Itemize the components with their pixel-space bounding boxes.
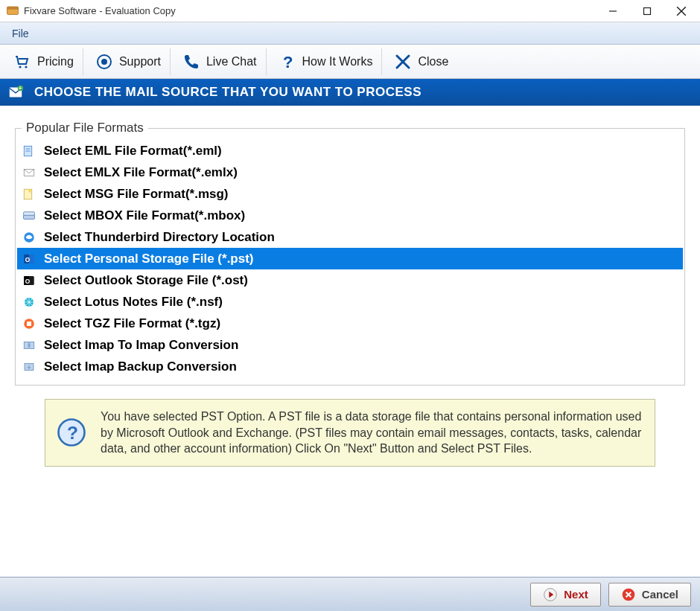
menubar: File: [0, 22, 700, 45]
window-controls: [596, 0, 699, 22]
banner: + CHOOSE THE MAIL SOURCE THAT YOU WANT T…: [0, 79, 700, 106]
svg-rect-33: [27, 322, 31, 326]
pricing-button[interactable]: Pricing: [4, 48, 83, 75]
minimize-button[interactable]: [596, 0, 630, 22]
msg-icon: [22, 187, 36, 202]
cancel-label: Cancel: [642, 588, 678, 601]
formats-list: Select EML File Format(*.eml) Select EML…: [17, 140, 683, 377]
svg-point-21: [28, 189, 32, 193]
format-eml[interactable]: Select EML File Format(*.eml): [17, 140, 683, 161]
svg-text:O: O: [25, 256, 31, 263]
lotus-icon: [22, 295, 36, 310]
live-chat-button[interactable]: Live Chat: [174, 48, 267, 75]
svg-text:+: +: [19, 86, 22, 91]
cancel-icon: [621, 587, 636, 602]
svg-point-7: [25, 65, 27, 68]
maximize-button[interactable]: [630, 0, 664, 22]
svg-point-6: [19, 65, 21, 68]
file-menu[interactable]: File: [4, 25, 36, 42]
mbox-icon: [22, 208, 36, 223]
next-button[interactable]: Next: [530, 583, 601, 607]
help-icon: ?: [56, 417, 87, 448]
format-label: Select Outlook Storage File (*.ost): [44, 273, 248, 288]
format-msg[interactable]: Select MSG File Format(*.msg): [17, 183, 683, 205]
svg-text:?: ?: [67, 423, 78, 443]
footer: Next Cancel: [0, 577, 700, 611]
format-label: Select Personal Storage File (*.pst): [44, 252, 254, 266]
phone-icon: [182, 53, 200, 71]
support-label: Support: [119, 55, 161, 68]
eml-icon: [22, 144, 36, 159]
info-text: You have selected PST Option. A PST file…: [101, 409, 644, 457]
cancel-button[interactable]: Cancel: [608, 583, 691, 607]
question-icon: ?: [279, 53, 296, 71]
how-it-works-label: How It Works: [302, 55, 373, 68]
svg-point-9: [101, 59, 107, 65]
format-label: Select TGZ File Format (*.tgz): [44, 316, 220, 331]
format-nsf[interactable]: Select Lotus Notes File (*.nsf): [17, 291, 683, 313]
tgz-icon: [22, 316, 36, 331]
emlx-icon: [22, 165, 36, 180]
live-chat-label: Live Chat: [206, 55, 257, 68]
format-label: Select MBOX File Format(*.mbox): [44, 208, 245, 223]
format-emlx[interactable]: Select EMLX File Format(*.emlx): [17, 161, 683, 183]
outlook-pst-icon: O: [22, 252, 36, 266]
svg-rect-35: [30, 342, 34, 348]
format-mbox[interactable]: Select MBOX File Format(*.mbox): [17, 205, 683, 226]
formats-legend: Popular File Formats: [22, 121, 148, 135]
banner-text: CHOOSE THE MAIL SOURCE THAT YOU WANT TO …: [34, 85, 421, 100]
format-imap-backup[interactable]: Select Imap Backup Conversion: [17, 356, 683, 377]
next-label: Next: [564, 588, 588, 601]
svg-rect-23: [24, 211, 35, 215]
support-button[interactable]: Support: [86, 48, 171, 75]
outlook-ost-icon: O: [22, 273, 36, 288]
svg-rect-1: [7, 7, 19, 10]
format-label: Select MSG File Format(*.msg): [44, 187, 229, 202]
svg-text:O: O: [25, 278, 31, 284]
cart-icon: [13, 53, 31, 71]
imap-sync-icon: [22, 338, 36, 353]
play-icon: [543, 587, 558, 602]
close-window-button[interactable]: [664, 0, 699, 22]
mail-source-icon: +: [7, 84, 24, 100]
cross-icon: [394, 53, 412, 71]
format-label: Select Imap Backup Conversion: [44, 359, 237, 374]
thunderbird-icon: [22, 230, 36, 245]
format-label: Select EML File Format(*.eml): [44, 144, 222, 159]
format-thunderbird[interactable]: Select Thunderbird Directory Location: [17, 226, 683, 248]
close-button[interactable]: Close: [385, 48, 457, 75]
info-panel: ? You have selected PST Option. A PST fi…: [45, 399, 655, 467]
pricing-label: Pricing: [37, 55, 74, 68]
toolbar: Pricing Support Live Chat ? How It Works…: [0, 45, 700, 79]
format-ost[interactable]: O Select Outlook Storage File (*.ost): [17, 269, 683, 291]
app-icon: [6, 4, 19, 18]
svg-rect-34: [24, 342, 28, 348]
format-tgz[interactable]: Select TGZ File Format (*.tgz): [17, 313, 683, 334]
titlebar: Fixvare Software - Evaluation Copy: [0, 0, 700, 22]
content: Popular File Formats Select EML File For…: [0, 106, 700, 474]
svg-rect-3: [644, 7, 651, 14]
format-imap-to-imap[interactable]: Select Imap To Imap Conversion: [17, 334, 683, 356]
maximize-icon: [643, 7, 652, 16]
window-title: Fixvare Software - Evaluation Copy: [24, 5, 596, 16]
headset-icon: [95, 53, 113, 71]
close-icon: [676, 6, 687, 16]
minimize-icon: [608, 7, 617, 16]
svg-text:?: ?: [283, 53, 293, 71]
format-label: Select Thunderbird Directory Location: [44, 230, 275, 245]
format-pst[interactable]: O Select Personal Storage File (*.pst): [17, 248, 683, 269]
how-it-works-button[interactable]: ? How It Works: [270, 48, 383, 75]
file-formats-group: Popular File Formats Select EML File For…: [15, 121, 685, 386]
close-label: Close: [418, 55, 448, 68]
format-label: Select Imap To Imap Conversion: [44, 338, 238, 353]
format-label: Select EMLX File Format(*.emlx): [44, 165, 238, 180]
format-label: Select Lotus Notes File (*.nsf): [44, 295, 223, 310]
imap-backup-icon: [22, 359, 36, 374]
